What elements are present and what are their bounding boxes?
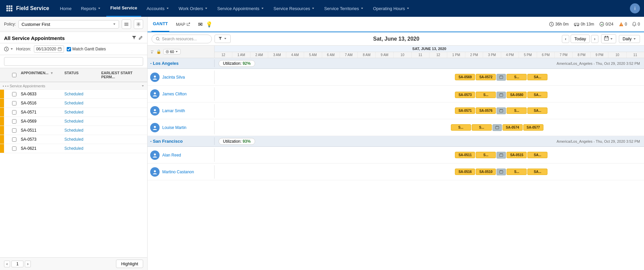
nav-service-territories[interactable]: Service Territories	[320, 0, 368, 17]
svg-rect-39	[500, 93, 501, 94]
sa-block[interactable]: SA-0516	[455, 169, 475, 175]
row-checkbox[interactable]	[12, 137, 16, 142]
sa-block-gray[interactable]	[496, 169, 506, 175]
sa-block[interactable]: SA-0577	[523, 124, 543, 131]
svg-point-12	[138, 24, 139, 25]
svg-rect-5	[11, 8, 12, 9]
table-row[interactable]: SA-0633 Scheduled	[0, 90, 147, 99]
sa-block[interactable]: SA...	[527, 92, 547, 98]
resource-search-input[interactable]: Search resources...	[152, 35, 212, 43]
nav-home[interactable]: Home	[56, 0, 76, 17]
row-checkbox[interactable]	[12, 101, 16, 105]
sa-block[interactable]: SA...	[527, 107, 547, 114]
sa-block[interactable]: SA-0511	[455, 152, 475, 158]
table-row[interactable]: SA-0621 Scheduled	[0, 144, 147, 153]
sa-block[interactable]: SA-0569	[455, 74, 475, 80]
today-btn[interactable]: Today	[571, 35, 590, 43]
sa-block-gray[interactable]	[496, 152, 506, 159]
select-all-checkbox[interactable]	[12, 73, 16, 77]
appt-status: Scheduled	[62, 108, 99, 117]
app-launcher-icon[interactable]	[4, 3, 15, 14]
nav-work-orders[interactable]: Work Orders	[175, 0, 212, 17]
region-info-right-sf: Utilization: 93% America/Los_Angeles - T…	[215, 138, 644, 145]
appt-earliest	[99, 110, 147, 114]
nav-reports[interactable]: Reports	[77, 0, 105, 17]
nav-service-appointments[interactable]: Service Appointments	[213, 0, 268, 17]
email-icon[interactable]: ✉	[198, 21, 202, 28]
edit-icon[interactable]	[138, 35, 143, 41]
table-row[interactable]: SA-0511 Scheduled	[0, 126, 147, 135]
resource-info-james: James Clifton	[148, 87, 215, 101]
nav-service-resources[interactable]: Service Resources	[270, 0, 319, 17]
next-date-btn[interactable]: ›	[591, 35, 598, 43]
region-header-los-angeles[interactable]: - Los Angeles Utilization: 92% America/L…	[148, 58, 644, 69]
table-row[interactable]: SA-0569 Scheduled	[0, 117, 147, 126]
sa-block[interactable]: S...	[476, 92, 496, 98]
nav-field-service[interactable]: Field Service	[106, 0, 141, 17]
time-slot: 2 AM	[250, 52, 268, 58]
svg-rect-36	[502, 75, 503, 76]
sa-block[interactable]: SA-0573	[455, 92, 475, 98]
row-checkbox[interactable]	[12, 119, 16, 124]
tab-map[interactable]: MAP	[175, 17, 191, 32]
row-checkbox[interactable]	[12, 128, 16, 133]
sa-block[interactable]: SA-0580	[507, 92, 527, 98]
sa-block[interactable]: S...	[472, 124, 492, 131]
filter-icon[interactable]	[132, 35, 136, 41]
table-row[interactable]: SA-0573 Scheduled	[0, 135, 147, 144]
calendar-view-btn[interactable]	[601, 34, 616, 43]
region-header-san-francisco[interactable]: - San Francisco Utilization: 93% America…	[148, 136, 644, 147]
sa-block[interactable]: SA-0576	[476, 107, 496, 114]
appointment-search-input[interactable]	[4, 57, 143, 66]
nav-operating-hours[interactable]: Operating Hours	[369, 0, 414, 17]
appt-id: SA-0633	[19, 90, 62, 98]
policy-action-btn[interactable]	[122, 19, 131, 29]
timeline-martino: SA-0516 SA-0510 S... SA...	[215, 165, 644, 179]
row-checkbox[interactable]	[12, 92, 16, 96]
row-checkbox[interactable]	[12, 146, 16, 151]
row-checkbox[interactable]	[12, 110, 16, 115]
sa-block[interactable]: SA...	[527, 74, 547, 80]
policy-settings-btn[interactable]	[134, 19, 143, 29]
table-row[interactable]: SA-0516 Scheduled	[0, 99, 147, 108]
svg-point-49	[154, 153, 156, 155]
prev-page-btn[interactable]: ‹	[4, 261, 10, 267]
sa-block[interactable]: SA-0574	[503, 124, 523, 131]
table-row[interactable]: SA-0571 Scheduled	[0, 108, 147, 117]
bulb-icon[interactable]: 💡	[206, 21, 213, 28]
prev-date-btn[interactable]: ‹	[562, 35, 569, 43]
next-page-btn[interactable]: ›	[25, 261, 31, 267]
sa-block[interactable]: SA-0571	[455, 107, 475, 114]
sa-block-gray[interactable]	[496, 74, 506, 81]
sa-block[interactable]: S...	[507, 169, 527, 175]
match-gantt-label[interactable]: Match Gantt Dates	[67, 47, 106, 51]
appt-status: Scheduled	[62, 135, 99, 144]
sa-block[interactable]: SA-0515	[507, 152, 527, 158]
highlight-btn[interactable]: Highlight	[116, 260, 143, 268]
tab-gantt[interactable]: GANTT	[152, 17, 169, 32]
svg-rect-35	[500, 75, 501, 76]
match-gantt-checkbox[interactable]	[67, 47, 71, 51]
sa-block[interactable]: SA...	[527, 169, 547, 175]
sa-block[interactable]: S...	[507, 107, 527, 114]
sa-block[interactable]: S...	[451, 124, 471, 131]
nav-accounts[interactable]: Accounts	[142, 0, 173, 17]
sa-block-gray[interactable]	[496, 107, 506, 114]
stat-appointments: 0/24	[599, 22, 613, 27]
sa-block-gray[interactable]	[492, 124, 502, 131]
svg-point-33	[154, 76, 156, 78]
time-slot: 4 PM	[501, 52, 519, 58]
horizon-date-input[interactable]: 06/13/2020	[34, 45, 64, 53]
filter-button[interactable]	[215, 35, 231, 43]
sa-block[interactable]: S...	[507, 74, 527, 80]
sa-block[interactable]: S...	[476, 152, 496, 158]
sa-block[interactable]: SA...	[527, 152, 547, 158]
sa-block[interactable]: SA-0572	[476, 74, 496, 80]
view-selector[interactable]: Daily	[619, 35, 640, 43]
sa-block[interactable]: SA-0510	[476, 169, 496, 175]
policy-select[interactable]: Customer First	[18, 20, 119, 29]
left-panel: Policy: Customer First All Service Appoi…	[0, 17, 148, 270]
sa-block-gray[interactable]	[496, 92, 506, 98]
clock-icon[interactable]	[4, 47, 13, 51]
user-avatar[interactable]: i	[630, 3, 640, 13]
